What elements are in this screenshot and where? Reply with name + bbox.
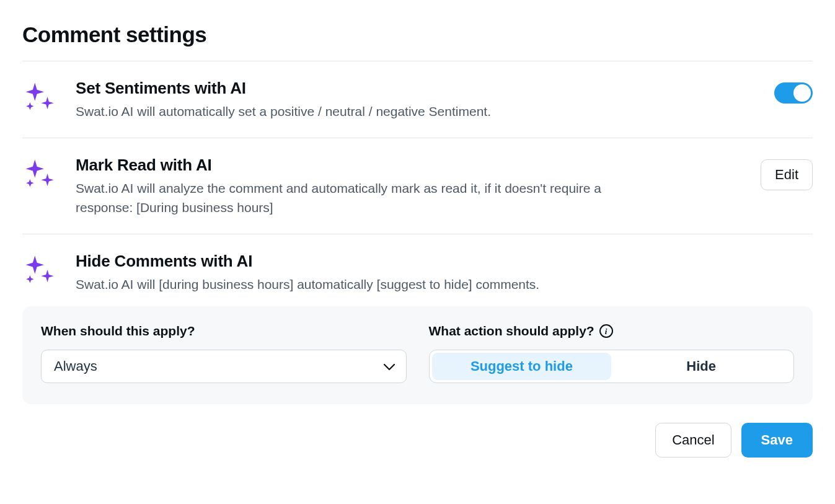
segment-hide[interactable]: Hide [611, 353, 791, 380]
setting-desc-hide-comments: Swat.io AI will [during business hours] … [76, 275, 621, 294]
when-select-value: Always [54, 358, 97, 374]
setting-desc-mark-read: Swat.io AI will analyze the comment and … [76, 179, 621, 218]
config-label-action: What action should apply? i [429, 324, 795, 338]
segment-suggest-to-hide[interactable]: Suggest to hide [432, 353, 612, 380]
config-label-action-text: What action should apply? [429, 324, 594, 338]
sparkle-icon [22, 252, 58, 286]
setting-row-sentiments: Set Sentiments with AI Swat.io AI will a… [22, 61, 813, 138]
sparkle-icon [22, 156, 58, 190]
action-segmented: Suggest to hide Hide [429, 350, 795, 383]
sentiments-toggle[interactable] [774, 82, 813, 104]
sparkle-icon [22, 79, 58, 113]
page-title: Comment settings [22, 22, 813, 47]
edit-button[interactable]: Edit [761, 159, 813, 190]
config-label-when: When should this apply? [41, 324, 407, 338]
cancel-button[interactable]: Cancel [655, 423, 731, 458]
toggle-knob [793, 84, 811, 102]
hide-comments-config: When should this apply? Always What acti… [22, 306, 813, 404]
config-field-when: When should this apply? Always [41, 324, 407, 383]
chevron-down-icon [384, 358, 395, 374]
setting-row-hide-comments: Hide Comments with AI Swat.io AI will [d… [22, 234, 813, 302]
setting-title-hide-comments: Hide Comments with AI [76, 252, 813, 271]
info-icon[interactable]: i [599, 324, 613, 338]
config-field-action: What action should apply? i Suggest to h… [429, 324, 795, 383]
setting-row-mark-read: Mark Read with AI Swat.io AI will analyz… [22, 138, 813, 234]
setting-title-sentiments: Set Sentiments with AI [76, 79, 757, 98]
when-select[interactable]: Always [41, 350, 407, 383]
setting-title-mark-read: Mark Read with AI [76, 156, 743, 175]
config-label-when-text: When should this apply? [41, 324, 195, 338]
footer-actions: Cancel Save [22, 423, 813, 458]
setting-desc-sentiments: Swat.io AI will automatically set a posi… [76, 102, 621, 122]
save-button[interactable]: Save [741, 423, 813, 458]
